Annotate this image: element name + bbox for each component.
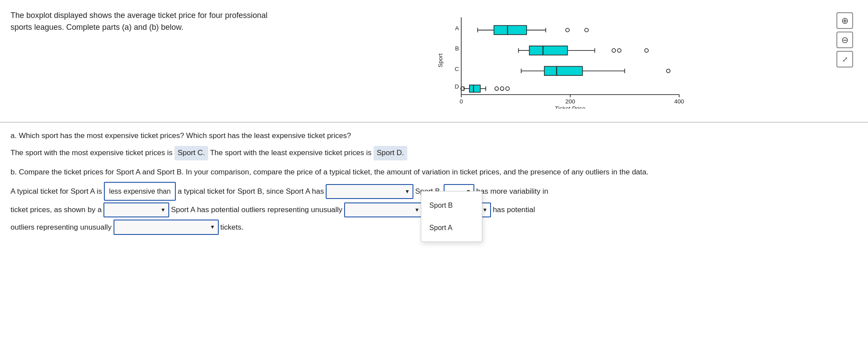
line1-prefix: A typical ticket for Sport A is [11,183,102,199]
line2-end: has potential [493,202,535,218]
zoom-out-button[interactable]: ⊖ [836,32,853,48]
svg-text:C: C [455,66,459,72]
popup-sport-b[interactable]: Sport B [421,194,482,216]
dropdown1-arrow-icon: ▼ [405,186,410,197]
dropdown3-arrow-icon: ▼ [160,204,166,216]
most-expensive-answer: Sport C. [174,146,208,160]
chart-container: Sport 0 200 400 Ticket Price A B [434,12,697,117]
svg-text:A: A [455,25,459,32]
svg-text:B: B [455,45,459,52]
dropdown-variation-measure[interactable]: ▼ [103,202,169,217]
line2-middle: Sport A has potential outliers represent… [171,202,342,218]
svg-rect-40 [470,85,480,92]
chart-area: Sport 0 200 400 Ticket Price A B [274,8,857,117]
svg-text:D: D [455,83,459,90]
part-a: a. Which sport has the most expensive ti… [11,130,857,160]
less-expensive-than-box: less expensive than [104,182,176,201]
popup-sport-a[interactable]: Sport A [421,216,482,239]
svg-text:200: 200 [565,98,575,105]
part-a-middle: The sport with the least expensive ticke… [210,149,372,157]
part-a-answer: The sport with the most expensive ticket… [11,146,857,160]
svg-text:400: 400 [674,98,684,105]
part-b-line1: A typical ticket for Sport A is less exp… [11,182,857,201]
svg-text:0: 0 [459,98,462,105]
svg-point-46 [500,87,504,90]
top-section: The boxplot displayed shows the average … [0,0,868,123]
part-b-answer: A typical ticket for Sport A is less exp… [11,182,857,235]
dropdown-popup: Sport B Sport A [421,191,482,242]
bottom-section: a. Which sport has the most expensive ti… [0,123,868,243]
problem-description: The boxplot displayed shows the average … [11,8,274,117]
svg-point-30 [645,49,648,52]
svg-point-20 [566,28,569,32]
part-a-question: a. Which sport has the most expensive ti… [11,130,857,142]
dropdown5-arrow-icon: ▼ [482,204,487,216]
zoom-controls: ⊕ ⊖ ⤢ [836,12,853,67]
dropdown4-arrow-icon: ▼ [414,204,420,216]
problem-text-content: The boxplot displayed shows the average … [11,11,267,32]
line1-middle: a typical ticket for Sport B, since Spor… [178,183,324,199]
svg-point-28 [612,49,615,52]
svg-point-37 [666,69,670,73]
svg-point-21 [585,28,588,32]
dropdown-sport-a-median[interactable]: ▼ [326,184,413,199]
part-b-question: b. Compare the ticket prices for Sport A… [11,167,857,178]
line2-prefix: ticket prices, as shown by a [11,202,102,218]
line1-end: has more variability in [476,183,548,199]
dropdown-variability-subject[interactable]: ▼ Sport B Sport A [444,184,474,199]
least-expensive-answer: Sport D. [374,146,407,160]
svg-rect-24 [530,46,568,55]
svg-text:Sport: Sport [437,53,444,67]
svg-rect-33 [544,66,583,75]
svg-point-47 [506,87,509,90]
svg-point-45 [495,87,498,90]
svg-text:Ticket Price: Ticket Price [555,105,586,109]
svg-point-29 [617,49,621,52]
dropdown-outlier-direction-a[interactable]: ▼ [344,202,423,217]
zoom-in-button[interactable]: ⊕ [836,12,853,29]
line3-suffix: tickets. [221,219,244,235]
svg-rect-16 [494,25,527,35]
line3-prefix: outliers representing unusually [11,219,112,235]
part-a-prefix: The sport with the most expensive ticket… [11,149,172,157]
boxplot-chart: Sport 0 200 400 Ticket Price A B [434,12,688,109]
dropdown6-arrow-icon: ▼ [210,221,215,233]
dropdown-outlier-direction-b[interactable]: ▼ [114,220,219,234]
external-link-button[interactable]: ⤢ [836,51,853,67]
